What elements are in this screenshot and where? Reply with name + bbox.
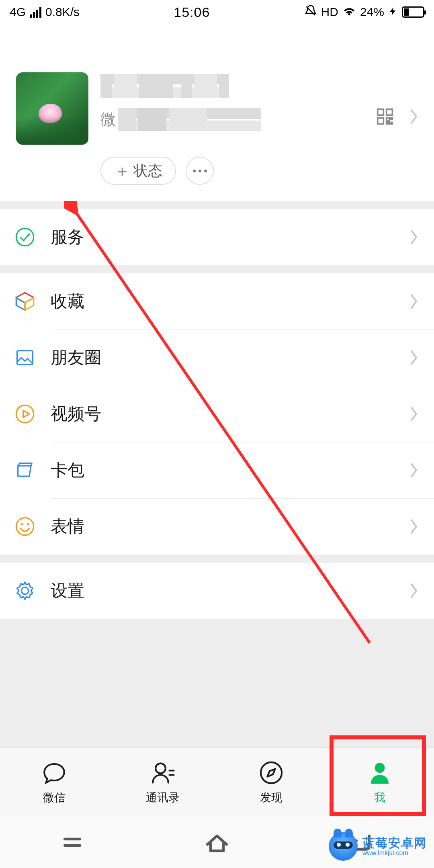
tab-label: 我 [374,790,385,805]
status-bar: 4G 0.8K/s 15:06 HD 24% [0,0,434,24]
section-settings: 设置 [0,563,434,619]
row-cards[interactable]: 卡包 [0,442,434,498]
svg-point-5 [16,405,33,422]
battery-percent: 24% [360,5,384,19]
tab-discover[interactable]: 发现 [217,748,326,816]
smile-icon [14,516,51,537]
network-type: 4G [10,5,26,19]
more-button[interactable] [186,157,214,185]
row-settings[interactable]: 设置 [0,563,434,619]
svg-point-9 [21,587,28,594]
svg-point-3 [16,228,33,246]
tab-contacts[interactable]: 通讯录 [108,748,217,816]
chevron-right-icon [408,292,420,311]
svg-point-12 [375,763,385,773]
mute-icon [304,4,317,20]
chat-icon [41,759,68,787]
row-favorites[interactable]: 收藏 [0,273,434,330]
ellipsis-icon [193,170,207,172]
recent-apps-button[interactable] [59,829,85,855]
chevron-right-icon [408,227,420,247]
row-label: 设置 [51,579,408,602]
compass-icon [258,759,285,787]
section-content: 收藏 朋友圈 视频号 卡包 表情 [0,273,434,555]
row-channels[interactable]: 视频号 [0,386,434,442]
wechat-id-redacted: 微 [100,105,261,133]
chevron-right-icon [408,107,420,126]
gear-icon [14,580,51,601]
network-speed: 0.8K/s [45,5,80,19]
clock: 15:06 [174,4,210,20]
qr-code-icon[interactable] [376,108,394,125]
wallet-icon [14,460,51,481]
chevron-right-icon [408,404,420,424]
watermark: 蓝莓安卓网 www.lmkjst.com [329,832,427,861]
row-label: 收藏 [51,290,408,313]
home-button[interactable] [204,829,230,855]
row-label: 卡包 [51,459,408,481]
battery-icon [402,6,424,18]
watermark-url: www.lmkjst.com [362,850,427,857]
svg-point-10 [156,763,166,773]
tab-label: 通讯录 [146,790,180,805]
row-label: 朋友圈 [51,346,408,369]
tab-chats[interactable]: 微信 [0,748,108,816]
mascot-icon [329,832,358,861]
watermark-title: 蓝莓安卓网 [362,836,427,850]
row-label: 服务 [51,226,408,248]
svg-point-7 [21,523,23,525]
section-services: 服务 [0,209,434,265]
person-icon [366,759,393,787]
tab-bar: 微信 通讯录 发现 我 [0,747,434,816]
play-icon [14,403,51,424]
row-moments[interactable]: 朋友圈 [0,330,434,386]
image-icon [14,347,51,368]
svg-rect-4 [17,351,33,365]
contacts-icon [149,759,176,787]
hd-indicator: HD [321,5,338,19]
service-icon [14,227,51,248]
svg-point-11 [261,762,282,783]
row-stickers[interactable]: 表情 [0,498,434,555]
svg-rect-1 [387,109,393,115]
chevron-right-icon [408,461,420,480]
charging-icon [388,5,398,19]
signal-icon [30,6,41,18]
cube-icon [14,291,51,312]
svg-point-6 [16,518,33,535]
row-services[interactable]: 服务 [0,209,434,265]
tab-label: 微信 [43,790,66,805]
wifi-icon [342,4,356,20]
chevron-right-icon [408,581,420,600]
profile-card[interactable]: 微 ＋ 状态 [0,24,434,201]
row-label: 视频号 [51,403,408,425]
chevron-right-icon [408,348,420,367]
plus-icon: ＋ [114,163,130,179]
svg-point-8 [27,523,29,525]
status-button[interactable]: ＋ 状态 [100,157,176,185]
row-label: 表情 [51,515,408,538]
status-label: 状态 [133,161,162,181]
svg-rect-0 [378,109,384,115]
avatar[interactable] [16,72,88,145]
nickname-redacted [100,74,229,98]
svg-rect-2 [378,118,384,124]
tab-label: 发现 [260,790,283,805]
chevron-right-icon [408,517,420,536]
tab-me[interactable]: 我 [326,748,434,816]
